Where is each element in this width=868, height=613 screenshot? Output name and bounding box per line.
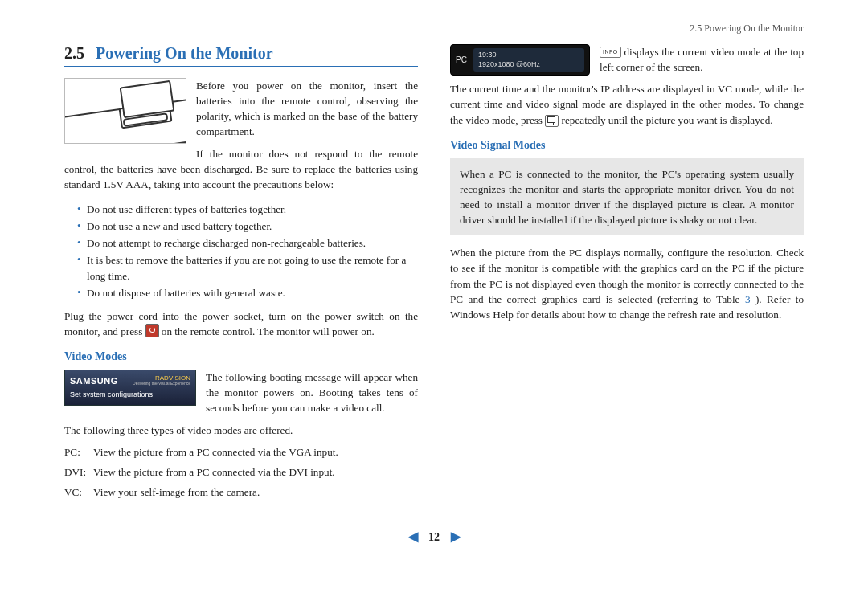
mode-row-dvi: DVI: View the picture from a PC connecte…: [64, 464, 418, 480]
current-text-after: repeatedly until the picture you want is…: [559, 114, 772, 126]
osd-info-illustration: PC 19:30 1920x1080 @60Hz: [450, 44, 590, 76]
section-number: 2.5: [64, 44, 84, 62]
plug-paragraph: Plug the power cord into the power socke…: [64, 309, 418, 339]
mode-row-vc: VC: View your self-image from the camera…: [64, 484, 418, 500]
boot-splash-illustration: SAMSUNG RADVISION Delivering the Visual …: [64, 370, 196, 406]
info-text-after: displays the current video mode at the t…: [600, 46, 804, 73]
samsung-logo: SAMSUNG: [70, 376, 118, 386]
mode-desc: View your self-image from the camera.: [93, 484, 260, 500]
mode-label: DVI:: [64, 464, 93, 480]
resolution-paragraph: When the picture from the PC displays no…: [450, 245, 804, 322]
next-page-arrow[interactable]: ▶: [443, 529, 469, 543]
osd-mode: PC: [456, 55, 467, 64]
osd-time: 19:30: [478, 51, 579, 60]
power-button-icon: [145, 324, 159, 337]
osd-resolution: 1920x1080 @60Hz: [478, 60, 579, 70]
video-modes-list: PC: View the picture from a PC connected…: [64, 444, 418, 500]
section-heading-text: Powering On the Monitor: [96, 44, 273, 62]
remote-battery-illustration: [64, 78, 186, 144]
radvision-logo: RADVISION Delivering the Visual Experien…: [133, 375, 190, 386]
list-item: Do not use different types of batteries …: [77, 202, 418, 217]
plug-text-after: on the remote control. The monitor will …: [159, 325, 375, 337]
battery-precautions-list: Do not use different types of batteries …: [64, 202, 418, 300]
info-button-icon: INFO: [600, 47, 621, 58]
right-column: PC 19:30 1920x1080 @60Hz INFO displays t…: [450, 44, 804, 505]
list-item: It is best to remove the batteries if yo…: [77, 252, 418, 283]
running-header: 2.5 Powering On the Monitor: [64, 22, 804, 35]
source-button-icon: [545, 115, 559, 127]
mode-label: VC:: [64, 484, 93, 500]
list-item: Do not attempt to recharge discharged no…: [77, 235, 418, 251]
mode-desc: View the picture from a PC connected via…: [93, 444, 338, 460]
section-title: 2.5Powering On the Monitor: [64, 44, 418, 67]
page-number: 12: [428, 531, 440, 543]
current-mode-paragraph: The current time and the monitor's IP ad…: [450, 81, 804, 127]
mode-desc: View the picture from a PC connected via…: [93, 464, 335, 480]
list-item: Do not dispose of batteries with general…: [77, 285, 418, 300]
intro-paragraph-2: If the monitor does not respond to the r…: [64, 146, 418, 192]
left-column: 2.5Powering On the Monitor Before you po…: [64, 44, 418, 505]
driver-note-box: When a PC is connected to the monitor, t…: [450, 158, 804, 236]
video-signal-modes-heading: Video Signal Modes: [450, 139, 804, 152]
mode-label: PC:: [64, 444, 93, 460]
prev-page-arrow[interactable]: ◀: [400, 529, 426, 543]
list-item: Do not use a new and used battery togeth…: [77, 219, 418, 234]
video-modes-heading: Video Modes: [64, 350, 418, 363]
mode-row-pc: PC: View the picture from a PC connected…: [64, 444, 418, 460]
page-navigation: ◀ 12 ▶: [64, 529, 804, 544]
boot-message: Set system configurations: [70, 390, 190, 398]
modes-intro: The following three types of video modes…: [64, 423, 418, 438]
